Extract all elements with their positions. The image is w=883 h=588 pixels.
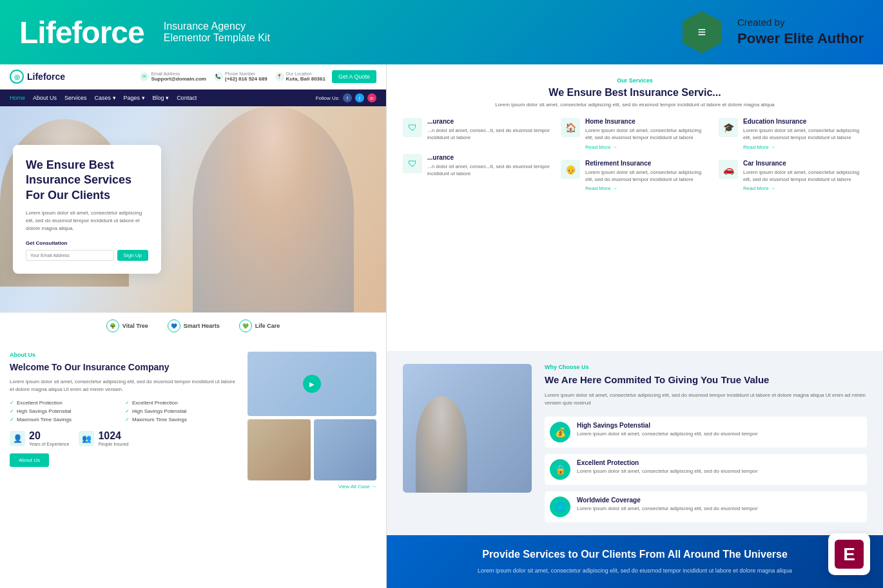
feature-savings: 💰 High Savings Potenstial Lorem ipsum do… (545, 417, 867, 448)
services-col-right: 🎓 Education Insurance Lorem ipsum dolor … (719, 118, 867, 191)
content-area: ◎ Lifeforce ✉ Email Address Support@doma… (0, 64, 883, 588)
car-desc: Lorem ipsum dolor sit amet, consectetur … (743, 169, 867, 183)
nav-about[interactable]: About Us (33, 95, 57, 101)
savings-title: High Savings Potenstial (577, 422, 758, 429)
view-all-link[interactable]: View All Case → (247, 484, 376, 489)
outer-wrapper: Lifeforce Insurance Agency Elementor Tem… (0, 0, 883, 588)
location-icon: 📍 (275, 72, 284, 81)
retirement-icon: 👴 (561, 160, 580, 179)
nav-home[interactable]: Home (10, 95, 25, 101)
education-readmore[interactable]: Read More → (743, 144, 867, 150)
bottom-banner: Provide Services to Our Clients From All… (387, 535, 883, 588)
why-title: We Are Here Commited To Giving You True … (545, 374, 867, 386)
savings-desc: Lorem ipsum dolor sit amet, consectetur … (577, 430, 758, 437)
twitter-icon[interactable]: t (355, 93, 364, 102)
services-grid: 🛡 ...urance ...n dolor sit amet, consec.… (403, 118, 867, 191)
banner-logo: Lifeforce (19, 15, 144, 50)
service-icon-2: 🛡 (403, 154, 422, 173)
stats-row: 👤 20 Years of Experience 👥 1024 People I… (10, 430, 238, 446)
service-truncated-2: 🛡 ...urance ...n dolor sit amet, consec.… (403, 154, 551, 180)
stat-experience: 👤 20 Years of Experience (10, 430, 69, 446)
check-5: Maximum Time Savings (10, 417, 122, 422)
contact-location: 📍 Our Location Kuta, Bali 80361 (275, 71, 325, 82)
why-tag: Why Choose Us (545, 364, 867, 370)
play-button[interactable]: ▶ (303, 375, 321, 393)
nav-pages[interactable]: Pages ▾ (124, 95, 145, 101)
bottom-desc: Lorem ipsum dolor sit amet, consectetur … (403, 567, 867, 576)
car-readmore[interactable]: Read More → (743, 185, 867, 191)
life-care-icon: 💚 (239, 319, 252, 332)
svg-text:≡: ≡ (698, 24, 706, 40)
nav-services[interactable]: Services (64, 95, 87, 101)
worldwide-desc: Lorem ipsum dolor sit amet, consectetur … (577, 505, 758, 512)
worldwide-title: Worldwide Coverage (577, 497, 758, 504)
service-truncated-1: 🛡 ...urance ...n dolor sit amet, consec.… (403, 118, 551, 144)
feature-list: 💰 High Savings Potenstial Lorem ipsum do… (545, 417, 867, 522)
retirement-readmore[interactable]: Read More → (585, 185, 709, 191)
get-quote-button[interactable]: Get A Quote (332, 70, 376, 83)
car-title: Car Insurance (743, 160, 867, 167)
nav-blog[interactable]: Blog ▾ (153, 95, 170, 101)
services-section: Our Services We Ensure Best Insurance Se… (387, 64, 883, 351)
feature-protection: 🔒 Excellent Protection Lorem ipsum dolor… (545, 454, 867, 485)
why-left (403, 364, 532, 522)
service-retirement: 👴 Retirement Insurance Lorem ipsum dolor… (561, 160, 709, 191)
worldwide-icon: 🌐 (550, 497, 570, 517)
home-icon: 🏠 (561, 118, 580, 137)
contact-phone: 📞 Phone Number (+62) 816 524 689 (214, 71, 267, 82)
about-tag: About Us (10, 352, 238, 358)
nav-cases[interactable]: Cases ▾ (95, 95, 116, 101)
partner-vital-tree: 🌳 Vital Tree (106, 319, 148, 332)
services-main-desc: Lorem ipsum dolor sit amet, consectetur … (403, 101, 867, 108)
bottom-title: Provide Services to Our Clients From All… (403, 548, 867, 562)
home-readmore[interactable]: Read More → (585, 144, 709, 150)
partners-section: 🌳 Vital Tree 💙 Smart Hearts 💚 Life Care (0, 312, 386, 339)
site-logo-icon: ◎ (10, 70, 24, 84)
site-logo: ◎ Lifeforce (10, 70, 65, 84)
site-header: ◎ Lifeforce ✉ Email Address Support@doma… (0, 64, 386, 90)
car-icon: 🚗 (719, 160, 738, 179)
banner-subtitle: Insurance Agency Elementor Template Kit (164, 21, 270, 44)
protection-title: Excellent Protection (577, 459, 758, 466)
services-main-title: We Ensure Best Insurance Servic... (403, 87, 867, 99)
email-input[interactable] (26, 250, 114, 261)
service-icon-1: 🛡 (403, 118, 422, 137)
instagram-icon[interactable]: in (367, 93, 376, 102)
partner-smart-hearts: 💙 Smart Hearts (168, 319, 220, 332)
right-panel: Our Services We Ensure Best Insurance Se… (387, 64, 883, 588)
signup-button[interactable]: Sign Up (117, 250, 148, 261)
hero-consultation-label: Get Consultation (26, 240, 148, 246)
vital-tree-icon: 🌳 (106, 319, 119, 332)
site-nav: Home About Us Services Cases ▾ Pages ▾ B… (0, 90, 386, 106)
services-col-left: 🛡 ...urance ...n dolor sit amet, consec.… (403, 118, 551, 191)
banner-right: ≡ Created by Power Elite Author (679, 10, 864, 55)
photo-secondary-2 (314, 419, 377, 480)
protection-icon: 🔒 (550, 459, 570, 480)
education-desc: Lorem ipsum dolor sit amet, consectetur … (743, 127, 867, 141)
services-tag: Our Services (403, 77, 867, 84)
check-4: High Savings Potenstial (125, 408, 238, 414)
left-panel: ◎ Lifeforce ✉ Email Address Support@doma… (0, 64, 387, 588)
photo-grid: ▶ (247, 352, 376, 480)
check-1: Excellent Protection (10, 400, 122, 406)
retirement-desc: Lorem ipsum dolor sit amet, consectetur … (585, 169, 709, 183)
partner-life-care: 💚 Life Care (239, 319, 280, 332)
retirement-title: Retirement Insurance (585, 160, 709, 167)
facebook-icon[interactable]: f (343, 93, 352, 102)
hero-desc: Lorem ipsum dolor sit amet, consectetur … (26, 209, 148, 232)
about-button[interactable]: About Us (10, 453, 49, 467)
education-title: Education Insurance (743, 118, 867, 125)
check-3: High Savings Potenstial (10, 408, 122, 414)
phone-icon: 📞 (214, 72, 223, 81)
nav-follow: Follow Us: f t in (316, 93, 376, 102)
nav-contact[interactable]: Contact (177, 95, 197, 101)
feature-worldwide: 🌐 Worldwide Coverage Lorem ipsum dolor s… (545, 491, 867, 522)
created-by: Created by Power Elite Author (737, 15, 864, 49)
hero-section: We Ensure Best Insurance Services For Ou… (0, 106, 386, 312)
service-car: 🚗 Car Insurance Lorem ipsum dolor sit am… (719, 160, 867, 191)
protection-desc: Lorem ipsum dolor sit amet, consectetur … (577, 468, 758, 475)
insured-icon: 👥 (79, 431, 94, 446)
check-2: Excellent Protection (125, 400, 238, 406)
service-education: 🎓 Education Insurance Lorem ipsum dolor … (719, 118, 867, 149)
services-header: Our Services We Ensure Best Insurance Se… (403, 77, 867, 108)
